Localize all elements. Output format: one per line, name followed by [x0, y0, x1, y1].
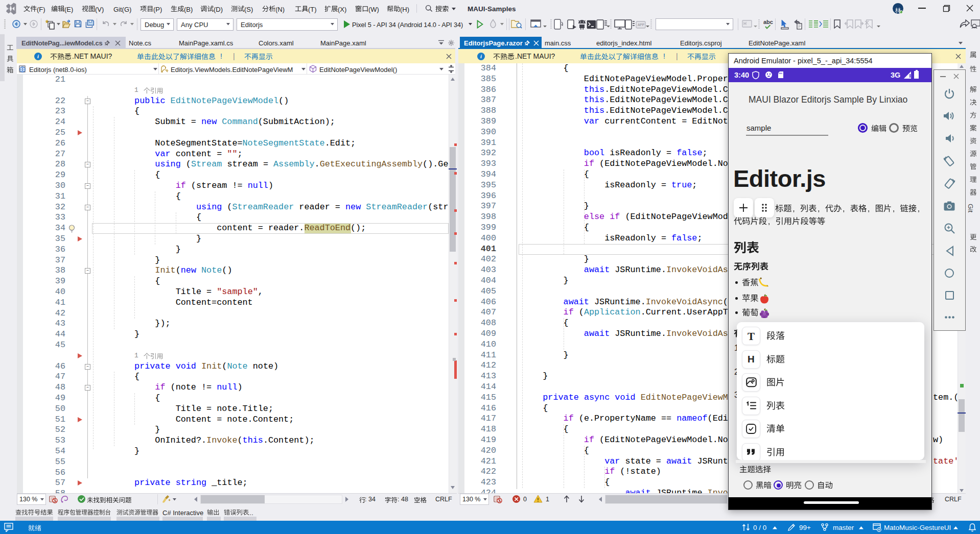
svg-text:APP: APP: [638, 23, 644, 27]
